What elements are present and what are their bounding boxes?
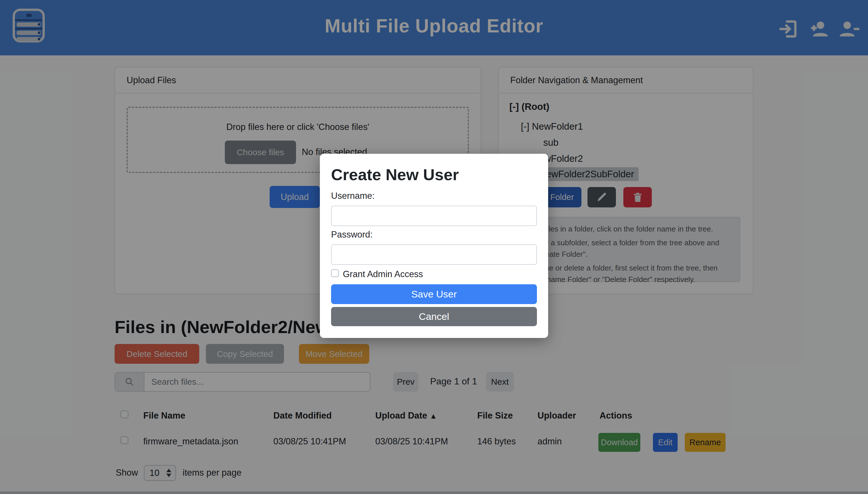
app-root: Multi File Upload Editor Upload Files Dr… — [0, 0, 868, 494]
grant-admin-checkbox[interactable] — [331, 269, 339, 277]
password-label: Password: — [331, 229, 373, 240]
cancel-button[interactable]: Cancel — [331, 307, 537, 326]
username-field[interactable] — [331, 206, 537, 226]
create-user-modal: Create New User Username: Password: Gran… — [320, 154, 548, 338]
username-label: Username: — [331, 191, 375, 201]
password-field[interactable] — [331, 244, 537, 265]
save-user-button[interactable]: Save User — [331, 284, 537, 304]
modal-title: Create New User — [331, 165, 459, 184]
grant-admin-label: Grant Admin Access — [343, 269, 423, 280]
